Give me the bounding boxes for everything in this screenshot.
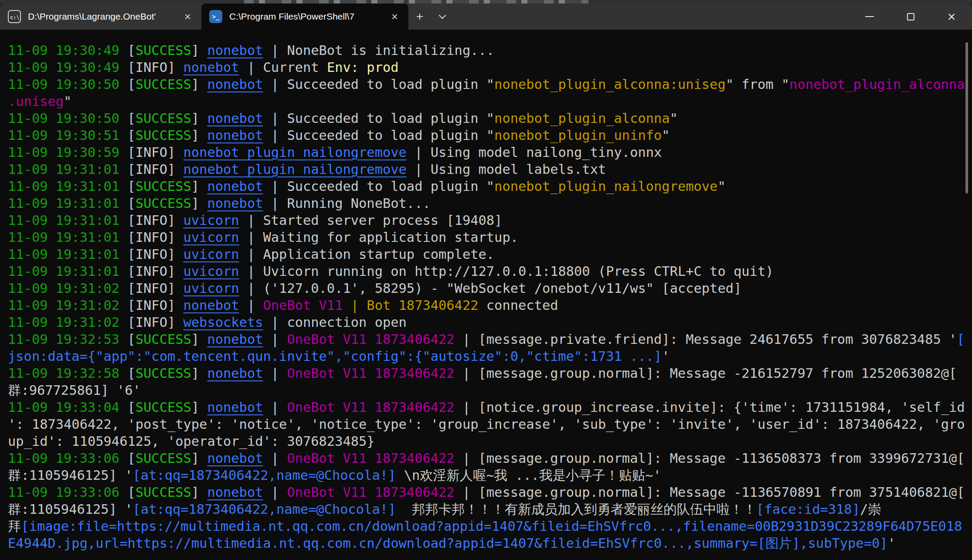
- log-segment: 11-09 19:31:01: [8, 179, 127, 194]
- log-segment: [INFO]: [127, 213, 183, 228]
- log-segment: 11-09 19:31:02: [8, 281, 127, 296]
- log-row: 11-09 19:31:02 [INFO] nonebot | OneBot V…: [8, 297, 972, 314]
- log-segment: uvicorn: [184, 213, 239, 228]
- log-segment: 11-09 19:31:01: [8, 213, 127, 228]
- log-segment: | Succeeded to load plugin ": [263, 128, 495, 143]
- log-segment: | Using model labels.txt: [407, 162, 606, 177]
- log-segment: 11-09 19:30:59: [8, 145, 127, 160]
- log-segment: SUCCESS: [136, 196, 191, 211]
- log-segment: ]: [191, 485, 207, 500]
- log-segment: ]: [191, 128, 207, 143]
- log-segment: 11-09 19:31:02: [8, 298, 127, 313]
- log-segment: SUCCESS: [136, 400, 191, 415]
- log-segment: OneBot V11 1873406422: [287, 332, 454, 347]
- log-segment: nonebot: [184, 60, 239, 75]
- log-segment: [INFO]: [127, 145, 183, 160]
- log-segment: ': [662, 349, 670, 364]
- log-segment: 11-09 19:31:01: [8, 162, 127, 177]
- log-row: 拜[image:file=https://multimedia.nt.qq.co…: [8, 518, 972, 535]
- log-segment: nonebot: [207, 179, 263, 194]
- log-segment: | Uvicorn running on http://127.0.0.1:18…: [239, 264, 774, 279]
- log-segment: OneBot V11 1873406422: [287, 400, 454, 415]
- log-segment: |: [263, 485, 287, 500]
- log-segment: nonebot: [207, 77, 263, 92]
- log-row: 群:967725861] '6': [8, 382, 972, 399]
- log-segment: uvicorn: [184, 264, 239, 279]
- log-segment: ]: [191, 77, 207, 92]
- log-segment: 11-09 19:33:06: [8, 485, 127, 500]
- log-row: 11-09 19:33:06 [SUCCESS] nonebot | OneBo…: [8, 484, 972, 501]
- log-segment: /崇: [860, 502, 881, 517]
- log-row: 11-09 19:30:50 [SUCCESS] nonebot | Succe…: [8, 76, 972, 93]
- titlebar-drag-area: [454, 3, 849, 30]
- log-segment: [: [127, 485, 135, 500]
- tab-powershell[interactable]: >_ C:\Program Files\PowerShell\7 ×: [201, 3, 408, 30]
- cmd-icon: c:\: [8, 10, 21, 23]
- log-row: 11-09 19:30:49 [INFO] nonebot | Current …: [8, 59, 972, 76]
- log-segment: ]: [191, 196, 207, 211]
- log-row: 11-09 19:32:58 [SUCCESS] nonebot | OneBo…: [8, 365, 972, 382]
- log-segment: ]: [191, 400, 207, 415]
- log-segment: ]: [191, 366, 207, 381]
- log-segment: | Using model nailong_tiny.onnx: [407, 145, 662, 160]
- log-segment: [: [127, 43, 135, 58]
- log-segment: [: [957, 332, 965, 347]
- log-segment: [INFO]: [127, 298, 183, 313]
- minimize-button[interactable]: [849, 3, 890, 30]
- log-row: 11-09 19:30:59 [INFO] nonebot_plugin_nai…: [8, 144, 972, 161]
- tab-close-button[interactable]: ×: [182, 11, 194, 22]
- terminal-output[interactable]: 11-09 19:30:49 [SUCCESS] nonebot | NoneB…: [0, 30, 972, 560]
- log-segment: SUCCESS: [136, 451, 191, 466]
- log-segment: ": [64, 94, 71, 109]
- log-segment: SUCCESS: [136, 485, 191, 500]
- tab-cmd-lagrange[interactable]: c:\ D:\Programs\Lagrange.OneBot' ×: [0, 3, 201, 30]
- tab-dropdown-button[interactable]: [431, 3, 454, 30]
- log-segment: [: [127, 77, 135, 92]
- log-segment: 群:1105946125] ': [8, 468, 133, 483]
- log-segment: | Waiting for application startup.: [239, 230, 518, 245]
- log-segment: | [message.group.normal]: Message -21615…: [455, 366, 957, 381]
- log-segment: |: [263, 366, 287, 381]
- log-segment: [: [127, 366, 135, 381]
- close-button[interactable]: ×: [931, 3, 972, 30]
- log-segment: OneBot V11 1873406422: [287, 366, 454, 381]
- log-segment: 11-09 19:31:02: [8, 315, 127, 330]
- log-segment: [INFO]: [127, 230, 183, 245]
- log-segment: [face:id=318]: [756, 502, 860, 517]
- log-segment: nonebot_plugin_nailongremove: [184, 145, 407, 160]
- log-segment: SUCCESS: [136, 332, 191, 347]
- new-tab-button[interactable]: +: [408, 3, 431, 30]
- log-segment: ': [888, 536, 896, 551]
- log-segment: ": [662, 128, 670, 143]
- log-row: 11-09 19:30:51 [SUCCESS] nonebot | Succe…: [8, 127, 972, 144]
- maximize-button[interactable]: [890, 3, 931, 30]
- log-segment: .uniseg: [8, 94, 64, 109]
- log-segment: 11-09 19:31:01: [8, 264, 127, 279]
- log-segment: | Application startup complete.: [239, 247, 495, 262]
- tab-title: D:\Programs\Lagrange.OneBot': [28, 11, 175, 22]
- background-window-fragments: [244, 0, 588, 3]
- log-segment: SUCCESS: [136, 128, 191, 143]
- log-row: 群:1105946125] '[at:qq=1873406422,name=@C…: [8, 467, 972, 484]
- log-segment: [INFO]: [127, 315, 183, 330]
- log-segment: nonebot: [207, 43, 263, 58]
- log-segment: SUCCESS: [136, 111, 191, 126]
- log-segment: nonebot: [207, 366, 263, 381]
- log-segment: 11-09 19:30:49: [8, 43, 127, 58]
- log-segment: \n欢淫新人喔~我 ...我是小寻子！贴贴~': [396, 468, 661, 483]
- log-segment: 11-09 19:31:01: [8, 247, 127, 262]
- log-segment: 11-09 19:30:50: [8, 111, 127, 126]
- tab-close-button[interactable]: ×: [389, 11, 401, 22]
- log-segment: [: [127, 332, 135, 347]
- log-row: 11-09 19:31:02 [INFO] websockets | conne…: [8, 314, 972, 331]
- log-row: 11-09 19:30:49 [SUCCESS] nonebot | NoneB…: [8, 42, 972, 59]
- chevron-down-icon: [439, 12, 446, 19]
- log-row: 11-09 19:31:01 [INFO] nonebot_plugin_nai…: [8, 161, 972, 178]
- scrollbar-thumb[interactable]: [965, 42, 968, 193]
- log-segment: nonebot_plugin_alconna:uniseg: [494, 77, 726, 92]
- log-segment: uvicorn: [184, 247, 239, 262]
- log-segment: ": [670, 111, 678, 126]
- log-row: 11-09 19:31:01 [INFO] uvicorn | Applicat…: [8, 246, 972, 263]
- log-segment: ]: [191, 332, 207, 347]
- log-row: 11-09 19:30:50 [SUCCESS] nonebot | Succe…: [8, 110, 972, 127]
